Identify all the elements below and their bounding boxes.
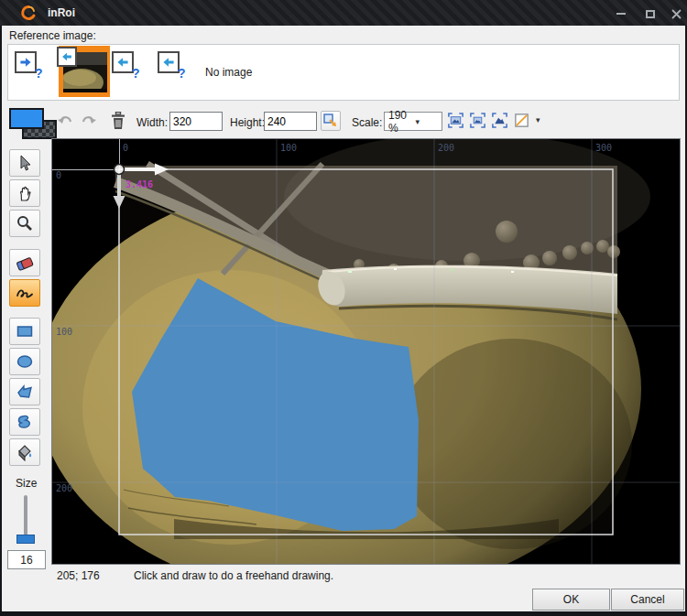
tool-polygon[interactable] bbox=[9, 378, 40, 405]
chevron-down-icon: ▾ bbox=[412, 117, 442, 126]
minimize-button[interactable] bbox=[612, 5, 630, 22]
resize-image-button[interactable] bbox=[321, 111, 341, 131]
minimize-icon bbox=[616, 13, 626, 15]
origin-value-label: 3.416 bbox=[125, 179, 153, 189]
ok-button[interactable]: OK bbox=[532, 589, 610, 611]
cursor-coordinates: 205; 176 bbox=[57, 569, 100, 582]
height-input[interactable] bbox=[264, 112, 317, 131]
scale-combobox[interactable]: 190 % ▾ bbox=[384, 112, 442, 131]
sphere bbox=[562, 245, 577, 260]
unknown-image-question: ? bbox=[132, 66, 140, 81]
tool-select[interactable] bbox=[9, 149, 40, 177]
app-logo-icon bbox=[20, 5, 37, 21]
input-arrow-icon bbox=[57, 47, 77, 67]
magnifier-icon bbox=[16, 214, 34, 232]
h-tick: 200 bbox=[438, 143, 454, 153]
reference-slot-3[interactable]: ? bbox=[156, 46, 202, 97]
freehand-squiggle-icon bbox=[15, 285, 35, 301]
height-label: Height: bbox=[230, 116, 265, 129]
zoom-actual-size-button[interactable] bbox=[490, 111, 509, 130]
reference-slot-selected[interactable] bbox=[59, 46, 110, 97]
tool-eraser[interactable] bbox=[9, 249, 40, 276]
unknown-image-question: ? bbox=[178, 66, 186, 81]
maximize-button[interactable] bbox=[641, 5, 660, 22]
paint-bucket-icon bbox=[16, 443, 34, 461]
tool-rectangle[interactable] bbox=[9, 318, 40, 345]
size-label: Size bbox=[16, 477, 37, 490]
sphere bbox=[496, 221, 518, 243]
glint bbox=[451, 269, 454, 271]
v-tick: 200 bbox=[56, 483, 72, 493]
input-arrow-icon bbox=[112, 51, 134, 73]
undo-icon bbox=[57, 113, 73, 128]
unknown-image-question: ? bbox=[35, 66, 43, 81]
input-arrow-icon bbox=[158, 51, 180, 73]
polygon-icon bbox=[16, 384, 34, 400]
size-value-box: 16 bbox=[7, 550, 46, 569]
h-tick: 0 bbox=[123, 143, 128, 153]
inroi-dialog: inRoi Reference image: ? bbox=[0, 0, 687, 616]
cursor-icon bbox=[16, 154, 34, 172]
tool-pan[interactable] bbox=[9, 179, 40, 207]
v-tick: 100 bbox=[56, 327, 72, 337]
width-input[interactable] bbox=[169, 112, 223, 131]
sphere bbox=[596, 240, 609, 253]
sphere bbox=[607, 245, 620, 258]
zoom-fit-button[interactable] bbox=[446, 111, 465, 130]
clear-region-button[interactable] bbox=[107, 109, 129, 133]
reference-image-label: Reference image: bbox=[9, 29, 96, 42]
zoom-fit-icon bbox=[447, 112, 464, 129]
h-tick: 100 bbox=[280, 143, 297, 153]
tool-fill[interactable] bbox=[9, 438, 40, 466]
brush-color-swatch[interactable] bbox=[9, 108, 44, 129]
drawing-canvas[interactable]: 0 100 200 300 0 100 200 3.416 bbox=[51, 138, 681, 565]
reference-slot-2[interactable]: ? bbox=[110, 46, 156, 97]
tool-freehand-draw[interactable] bbox=[9, 279, 40, 307]
zoom-window-button[interactable] bbox=[468, 111, 487, 130]
no-image-text: No image bbox=[205, 66, 252, 79]
no-fill-icon bbox=[513, 112, 530, 129]
scale-label: Scale: bbox=[352, 116, 382, 129]
glint bbox=[511, 271, 514, 273]
tool-zoom[interactable] bbox=[9, 210, 40, 237]
close-icon bbox=[671, 9, 682, 19]
eraser-icon bbox=[15, 254, 35, 272]
maximize-icon bbox=[646, 10, 655, 18]
canvas-surface[interactable]: 0 100 200 300 0 100 200 3.416 bbox=[52, 139, 680, 564]
size-slider-handle[interactable] bbox=[16, 535, 35, 544]
scale-value: 190 % bbox=[385, 109, 412, 135]
resize-icon bbox=[323, 113, 338, 128]
origin-circle-icon bbox=[114, 165, 125, 175]
output-arrow-icon bbox=[15, 51, 37, 73]
redo-icon bbox=[81, 113, 97, 128]
reference-slot-output[interactable]: ? bbox=[9, 46, 59, 97]
rectangle-icon bbox=[16, 323, 34, 340]
closed-curve-icon bbox=[16, 414, 34, 430]
overlay-style-dropdown[interactable]: ▾ bbox=[533, 115, 543, 124]
hand-icon bbox=[16, 184, 34, 202]
sphere bbox=[542, 251, 557, 265]
floor-shadow bbox=[394, 339, 632, 549]
redo-button[interactable] bbox=[79, 111, 99, 131]
h-tick: 300 bbox=[595, 143, 612, 153]
status-hint: Click and draw to do a freehand drawing. bbox=[134, 569, 333, 582]
glint bbox=[394, 268, 397, 270]
glint bbox=[348, 271, 352, 273]
camera-image bbox=[52, 139, 650, 564]
tool-freehand-region[interactable] bbox=[9, 408, 40, 436]
width-label: Width: bbox=[136, 116, 168, 129]
tool-ellipse[interactable] bbox=[9, 348, 40, 375]
zoom-actual-icon bbox=[491, 112, 508, 129]
v-tick: 0 bbox=[56, 170, 61, 180]
title-bar[interactable]: inRoi bbox=[0, 0, 687, 26]
undo-button[interactable] bbox=[55, 111, 75, 131]
window-title: inRoi bbox=[48, 6, 75, 19]
trash-icon bbox=[111, 112, 125, 130]
close-button[interactable] bbox=[667, 5, 685, 22]
zoom-window-icon bbox=[469, 112, 486, 129]
cancel-button[interactable]: Cancel bbox=[611, 589, 684, 611]
ellipse-icon bbox=[16, 353, 34, 370]
overlay-style-button[interactable] bbox=[512, 111, 531, 130]
